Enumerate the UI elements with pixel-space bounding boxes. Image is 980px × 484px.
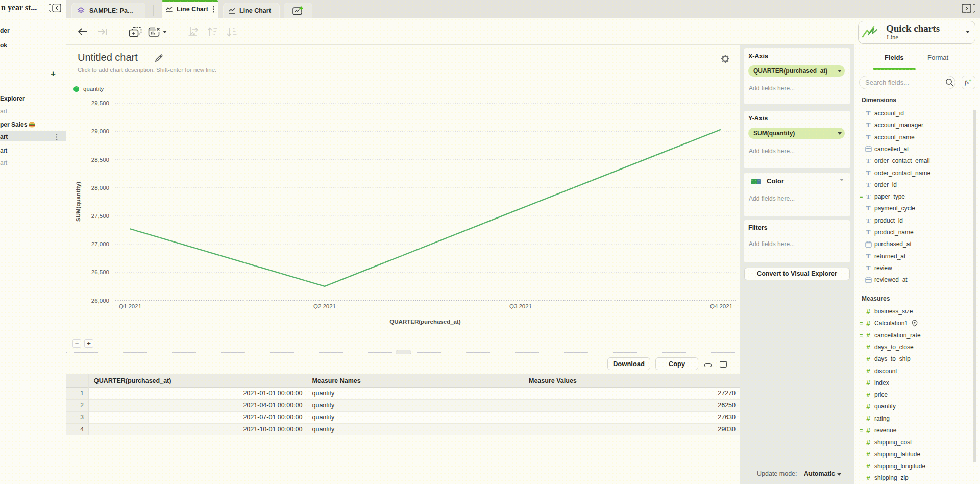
svg-text:28,000: 28,000 <box>91 185 109 191</box>
svg-text:QUARTER(purchased_at): QUARTER(purchased_at) <box>389 319 460 325</box>
svg-text:29,500: 29,500 <box>91 100 109 106</box>
svg-text:27,000: 27,000 <box>91 241 109 247</box>
svg-text:27,500: 27,500 <box>91 213 109 219</box>
svg-text:28,500: 28,500 <box>91 157 109 163</box>
svg-text:Q4 2021: Q4 2021 <box>710 303 732 309</box>
svg-text:26,500: 26,500 <box>91 269 109 275</box>
svg-text:Q3 2021: Q3 2021 <box>509 303 532 309</box>
svg-text:Q1 2021: Q1 2021 <box>119 303 141 309</box>
svg-text:SUM(quantity): SUM(quantity) <box>75 182 81 222</box>
svg-text:29,000: 29,000 <box>91 128 109 134</box>
svg-text:Q2 2021: Q2 2021 <box>313 303 336 309</box>
svg-text:26,000: 26,000 <box>91 298 109 304</box>
